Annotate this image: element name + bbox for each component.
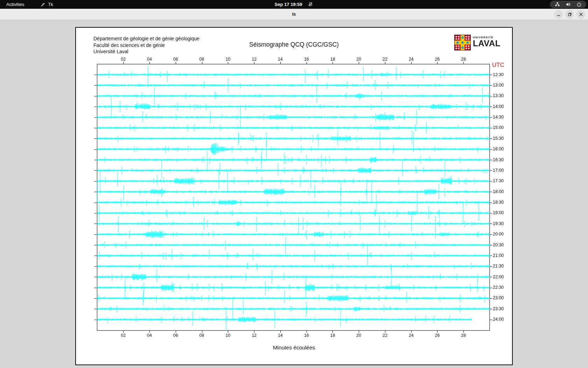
x-axis-tick-label-top: 06 bbox=[173, 57, 178, 62]
x-axis-tick-label-bottom: 20 bbox=[356, 333, 361, 338]
universite-laval-logo: UNIVERSITÉ LAVAL bbox=[454, 35, 500, 52]
x-axis-tick-label-top: 12 bbox=[252, 57, 257, 62]
utc-time-label: 23:00 bbox=[493, 295, 504, 300]
seismograph-canvas-frame: Département de géologie et de génie géol… bbox=[75, 27, 513, 365]
utc-time-label: 14:30 bbox=[493, 115, 504, 120]
utc-time-label: 20:00 bbox=[493, 232, 504, 237]
utc-time-label: 13:00 bbox=[493, 83, 504, 88]
x-axis-tick-label-bottom: 26 bbox=[435, 333, 440, 338]
x-axis-tick-label-bottom: 16 bbox=[304, 333, 309, 338]
power-icon bbox=[576, 2, 582, 7]
plot-title: Séismographe QCQ (CGC/GSC) bbox=[76, 41, 512, 48]
utc-time-label: 19:00 bbox=[493, 210, 504, 215]
utc-time-label: 16:00 bbox=[493, 146, 504, 151]
utc-axis-title: UTC bbox=[492, 62, 504, 69]
utc-time-label: 18:30 bbox=[493, 200, 504, 205]
x-axis-tick-label-top: 24 bbox=[409, 57, 414, 62]
x-axis-tick-label-bottom: 06 bbox=[173, 333, 178, 338]
utc-time-label: 18:00 bbox=[493, 189, 504, 194]
activities-button[interactable]: Activities bbox=[0, 0, 28, 9]
utc-time-label: 15:00 bbox=[493, 125, 504, 130]
tk-app-icon bbox=[40, 2, 46, 7]
utc-time-label: 12:30 bbox=[493, 72, 504, 77]
utc-time-label: 19:30 bbox=[493, 221, 504, 226]
x-axis-tick-label-top: 16 bbox=[304, 57, 309, 62]
gnome-top-bar: Activities Tk Sep 17 19:59 bbox=[0, 0, 588, 9]
volume-icon bbox=[565, 2, 571, 7]
x-axis-tick-label-top: 14 bbox=[278, 57, 283, 62]
x-axis-tick-label-top: 26 bbox=[435, 57, 440, 62]
utc-time-label: 24:00 bbox=[493, 317, 504, 322]
x-axis-tick-label-bottom: 14 bbox=[278, 333, 283, 338]
clock-menu[interactable]: Sep 17 19:59 bbox=[271, 0, 317, 9]
close-button[interactable] bbox=[576, 10, 585, 19]
laval-shield-icon bbox=[454, 35, 471, 52]
utc-time-label: 16:30 bbox=[493, 157, 504, 162]
utc-time-label: 13:30 bbox=[493, 93, 504, 98]
x-axis-tick-label-top: 10 bbox=[225, 57, 230, 62]
utc-time-label: 21:00 bbox=[493, 253, 504, 258]
app-name-label: Tk bbox=[48, 2, 53, 7]
desktop: Activities Tk Sep 17 19:59 bbox=[0, 0, 588, 368]
utc-time-label: 23:30 bbox=[493, 306, 504, 311]
window-titlebar[interactable]: tk bbox=[0, 9, 588, 20]
x-axis-tick-label-bottom: 02 bbox=[121, 333, 126, 338]
notifications-muted-icon bbox=[308, 2, 313, 7]
logo-large-text: LAVAL bbox=[473, 39, 500, 48]
window-title: tk bbox=[0, 9, 588, 20]
utc-time-label: 15:30 bbox=[493, 136, 504, 141]
x-axis-tick-label-bottom: 10 bbox=[225, 333, 230, 338]
utc-time-label: 17:00 bbox=[493, 168, 504, 173]
x-axis-tick-label-bottom: 04 bbox=[147, 333, 152, 338]
utc-time-label: 14:00 bbox=[493, 104, 504, 109]
wired-network-icon bbox=[554, 2, 560, 7]
x-axis-tick-label-bottom: 18 bbox=[330, 333, 335, 338]
x-axis-tick-label-top: 18 bbox=[330, 57, 335, 62]
utc-time-label: 22:00 bbox=[493, 274, 504, 279]
x-axis-tick-label-bottom: 28 bbox=[461, 333, 466, 338]
institution-line: Université Laval bbox=[93, 48, 200, 55]
x-axis-tick-label-bottom: 24 bbox=[409, 333, 414, 338]
x-axis-tick-label-top: 08 bbox=[200, 57, 204, 62]
utc-time-label: 22:30 bbox=[493, 285, 504, 290]
x-axis-tick-label-top: 04 bbox=[147, 57, 152, 62]
system-status-area[interactable] bbox=[550, 1, 586, 8]
x-axis-tick-label-top: 02 bbox=[121, 57, 126, 62]
utc-time-label: 21:30 bbox=[493, 264, 504, 268]
x-axis-tick-label-top: 22 bbox=[383, 57, 387, 62]
seismogram-plot bbox=[76, 28, 512, 364]
x-axis-tick-label-bottom: 12 bbox=[252, 333, 257, 338]
utc-time-label: 17:30 bbox=[493, 178, 504, 183]
maximize-button[interactable] bbox=[565, 10, 574, 19]
utc-time-label: 20:30 bbox=[493, 243, 504, 247]
focused-app-menu[interactable]: Tk bbox=[37, 0, 56, 9]
x-axis-title: Minutes écoulées bbox=[76, 345, 512, 351]
x-axis-tick-label-top: 28 bbox=[461, 57, 466, 62]
minimize-button[interactable] bbox=[554, 10, 563, 19]
tk-window-body: Département de géologie et de génie géol… bbox=[0, 20, 588, 368]
x-axis-tick-label-bottom: 08 bbox=[200, 333, 204, 338]
x-axis-tick-label-bottom: 22 bbox=[383, 333, 387, 338]
x-axis-tick-label-top: 20 bbox=[356, 57, 361, 62]
clock-label: Sep 17 19:59 bbox=[275, 2, 302, 7]
